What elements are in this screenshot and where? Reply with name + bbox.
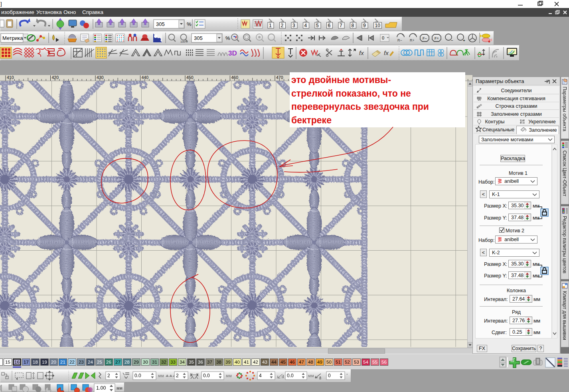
svg-text:мм: мм (226, 374, 232, 378)
svg-text:a: a (319, 375, 321, 379)
svg-text:1.00: 1.00 (96, 385, 106, 391)
svg-text:−: − (451, 38, 453, 43)
svg-text:%: % (225, 35, 230, 41)
svg-text:R+: R+ (410, 38, 415, 42)
svg-text:7: 7 (340, 23, 342, 28)
svg-text:0.0: 0.0 (203, 373, 210, 378)
svg-text:430: 430 (97, 75, 104, 80)
svg-text:мм: мм (308, 374, 314, 378)
svg-text:2: 2 (281, 23, 284, 28)
svg-text:6: 6 (328, 23, 331, 28)
svg-text:0: 0 (328, 373, 331, 378)
svg-text:R−: R− (397, 38, 402, 42)
svg-text:0: 0 (382, 36, 384, 40)
svg-text:0.0: 0.0 (287, 373, 294, 378)
svg-text:Метрика: Метрика (2, 35, 23, 41)
svg-text:мм: мм (158, 374, 164, 378)
svg-text:440: 440 (142, 75, 149, 80)
svg-text:d: d (282, 374, 284, 379)
svg-text:9: 9 (363, 23, 366, 28)
svg-text:10: 10 (375, 23, 381, 28)
svg-text:460: 460 (231, 75, 239, 80)
svg-text:305: 305 (156, 21, 165, 27)
svg-text:2: 2 (107, 373, 110, 378)
svg-text:3D: 3D (228, 49, 237, 57)
svg-text:1: 1 (269, 23, 272, 28)
svg-text:F−: F− (423, 36, 427, 40)
svg-text:450: 450 (186, 75, 194, 80)
svg-text:8: 8 (352, 23, 354, 28)
svg-text:+: + (463, 38, 465, 43)
svg-text:°: ° (346, 373, 348, 377)
svg-text:4: 4 (304, 23, 307, 28)
svg-text:305: 305 (194, 35, 203, 41)
svg-text:F+: F+ (435, 36, 439, 40)
svg-text:5: 5 (316, 23, 319, 28)
svg-text:2: 2 (176, 373, 179, 378)
svg-text:410: 410 (7, 75, 14, 80)
svg-text:420: 420 (52, 75, 59, 80)
svg-text:%: % (187, 21, 192, 27)
svg-text:470: 470 (276, 75, 283, 80)
svg-text:0.0: 0.0 (134, 373, 141, 378)
svg-text:мм: мм (117, 386, 122, 390)
svg-text:fx: fx (359, 49, 364, 56)
svg-text:4: 4 (259, 373, 262, 378)
svg-text:fx: fx (384, 49, 389, 56)
svg-text:3: 3 (292, 23, 295, 28)
svg-text:100%: 100% (180, 40, 188, 43)
